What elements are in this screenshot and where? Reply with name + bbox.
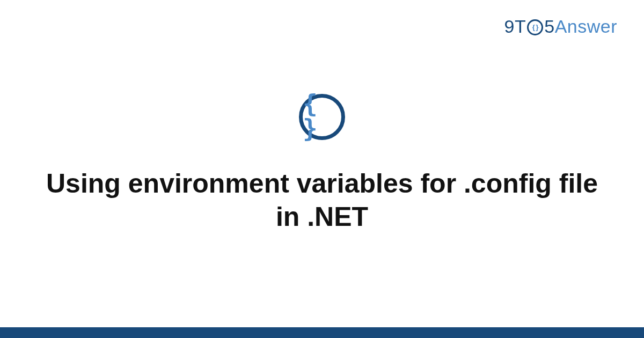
footer-bar bbox=[0, 327, 644, 338]
code-braces-icon: { } bbox=[303, 91, 341, 141]
content-area: { } Using environment variables for .con… bbox=[0, 0, 644, 327]
page-title: Using environment variables for .config … bbox=[40, 167, 604, 234]
code-icon-ring: { } bbox=[299, 94, 345, 140]
